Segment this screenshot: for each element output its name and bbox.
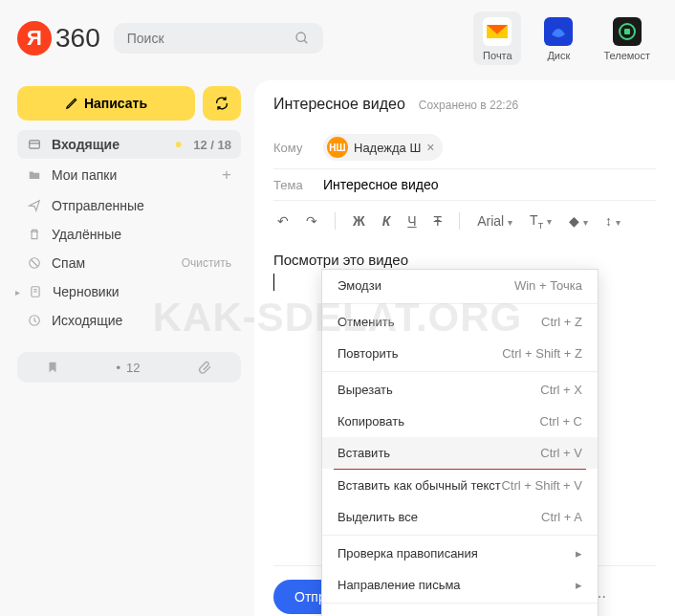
inbox-icon — [27, 138, 42, 151]
app-label: Телемост — [603, 50, 650, 61]
app-mail[interactable]: Почта — [473, 11, 521, 65]
editor-toolbar: ↶ ↷ Ж К Ч Ŧ Arial ▾ TT ▾ ◆ ▾ ↕ ▾ — [273, 201, 656, 242]
compose-title: Интересное видео — [273, 96, 405, 113]
folder-inbox[interactable]: Входящие • 12 / 18 — [17, 130, 241, 159]
undo-button[interactable]: ↶ — [273, 211, 293, 231]
cm-select-all[interactable]: Выделить всеCtrl + A — [322, 501, 598, 533]
underline-button[interactable]: Ч — [403, 211, 420, 231]
cm-paste-plain[interactable]: Вставить как обычный текстCtrl + Shift +… — [322, 470, 598, 501]
saved-status: Сохранено в 22:26 — [419, 99, 518, 112]
text-cursor — [273, 274, 274, 291]
folder-label: Исходящие — [52, 313, 231, 328]
font-select[interactable]: Arial ▾ — [473, 211, 516, 231]
refresh-button[interactable] — [203, 86, 241, 121]
cm-spellcheck[interactable]: Проверка правописания▸ — [322, 538, 598, 569]
folder-label: Входящие — [52, 137, 165, 152]
folder-label: Черновики — [53, 284, 231, 299]
sent-icon — [27, 199, 42, 212]
logo-ya-icon: Я — [17, 21, 52, 55]
font-size-button[interactable]: TT ▾ — [526, 210, 555, 232]
drafts-icon — [28, 285, 43, 298]
line-height-button[interactable]: ↕ ▾ — [601, 211, 624, 231]
attachments-button[interactable] — [197, 360, 212, 375]
bookmark-button[interactable] — [46, 361, 59, 374]
logo[interactable]: Я 360 — [17, 21, 100, 55]
svg-line-1 — [304, 40, 307, 43]
trash-icon — [27, 228, 42, 241]
folder-label: Удалённые — [52, 227, 231, 242]
folder-drafts[interactable]: ▸ Черновики — [17, 277, 241, 306]
unread-counter[interactable]: • 12 — [116, 361, 140, 375]
cm-copy[interactable]: КопироватьCtrl + C — [322, 406, 598, 437]
folder-sent[interactable]: Отправленные — [17, 191, 241, 220]
subject-input[interactable] — [323, 177, 656, 192]
app-telemost[interactable]: Телемост — [596, 11, 658, 65]
folder-outbox[interactable]: Исходящие — [17, 306, 241, 335]
mail-icon — [481, 15, 513, 48]
redo-button[interactable]: ↷ — [302, 211, 321, 231]
subject-field-row[interactable]: Тема — [273, 169, 656, 201]
folder-icon — [27, 168, 42, 182]
chevron-right-icon: ▸ — [15, 287, 20, 297]
refresh-icon — [214, 96, 229, 111]
search-icon[interactable] — [294, 31, 310, 46]
app-label: Диск — [547, 50, 570, 61]
app-label: Почта — [483, 50, 512, 61]
spam-icon — [27, 256, 42, 270]
compose-button[interactable]: Написать — [17, 86, 195, 121]
context-menu: ЭмодзиWin + Точка ОтменитьCtrl + Z Повто… — [321, 269, 599, 616]
disk-icon — [542, 15, 575, 48]
subject-label: Тема — [273, 178, 310, 192]
folder-myfolders[interactable]: Мои папки + — [17, 159, 241, 191]
sidebar-bottom-bar: • 12 — [17, 352, 241, 383]
search-box[interactable] — [114, 23, 323, 54]
recipient-name: Надежда Ш — [354, 141, 421, 155]
cm-undo[interactable]: ОтменитьCtrl + Z — [322, 306, 598, 338]
folder-spam[interactable]: Спам Очистить — [17, 249, 241, 277]
remove-recipient-button[interactable]: × — [426, 140, 434, 155]
cm-inspect[interactable]: Просмотреть код — [322, 605, 598, 616]
editor-body[interactable]: Посмотри это видео ЭмодзиWin + Точка Отм… — [273, 242, 656, 565]
avatar: НШ — [327, 137, 348, 158]
bold-button[interactable]: Ж — [349, 211, 369, 231]
cm-emoji[interactable]: ЭмодзиWin + Точка — [322, 270, 598, 301]
svg-rect-6 — [624, 29, 630, 34]
italic-button[interactable]: К — [379, 211, 395, 231]
svg-line-9 — [32, 260, 38, 267]
app-disk[interactable]: Диск — [534, 11, 582, 65]
folder-counter: 12 / 18 — [193, 138, 231, 152]
search-input[interactable] — [127, 31, 294, 46]
folder-label: Отправленные — [52, 198, 231, 213]
folder-trash[interactable]: Удалённые — [17, 220, 241, 249]
cm-paste[interactable]: ВставитьCtrl + V — [322, 437, 598, 469]
outbox-icon — [27, 314, 42, 327]
folder-list: Входящие • 12 / 18 Мои папки + Отправлен… — [17, 130, 241, 335]
svg-rect-7 — [30, 141, 40, 148]
add-folder-button[interactable]: + — [222, 165, 231, 185]
logo-text: 360 — [55, 23, 100, 54]
cm-direction[interactable]: Направление письма▸ — [322, 569, 598, 601]
to-field-row[interactable]: Кому НШ Надежда Ш × — [273, 126, 656, 169]
folder-label: Мои папки — [52, 167, 212, 183]
strike-button[interactable]: Ŧ — [430, 211, 446, 231]
body-text: Посмотри это видео — [273, 252, 656, 268]
telemost-icon — [611, 15, 643, 48]
folder-label: Спам — [52, 255, 172, 271]
text-color-button[interactable]: ◆ ▾ — [565, 211, 592, 231]
clear-spam-button[interactable]: Очистить — [182, 256, 231, 270]
pencil-icon — [65, 97, 78, 110]
svg-point-0 — [296, 33, 305, 41]
cm-redo[interactable]: ПовторитьCtrl + Shift + Z — [322, 338, 598, 369]
to-label: Кому — [273, 141, 310, 155]
recipient-chip[interactable]: НШ Надежда Ш × — [323, 134, 443, 161]
compose-label: Написать — [84, 96, 147, 111]
cm-cut[interactable]: ВырезатьCtrl + X — [322, 374, 598, 406]
